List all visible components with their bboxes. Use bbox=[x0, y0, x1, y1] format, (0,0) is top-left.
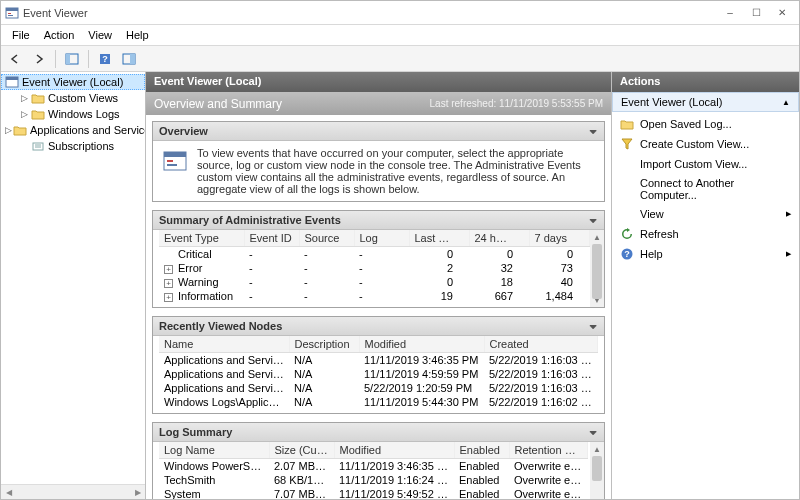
forward-button[interactable] bbox=[28, 48, 50, 70]
collapse-icon[interactable]: 🞃 bbox=[589, 321, 598, 331]
col-modified[interactable]: Modified bbox=[334, 442, 454, 459]
col-event-id[interactable]: Event ID bbox=[244, 230, 299, 247]
tree-item-windows-logs[interactable]: ▷ Windows Logs bbox=[1, 106, 145, 122]
expand-icon[interactable]: ▷ bbox=[19, 93, 30, 104]
log-summary-label: Log Summary bbox=[159, 426, 232, 438]
col-created[interactable]: Created bbox=[484, 336, 598, 353]
menu-bar: File Action View Help bbox=[1, 25, 799, 46]
horizontal-scrollbar[interactable]: ◀ ▶ bbox=[1, 484, 145, 499]
action-item[interactable]: Import Custom View... bbox=[612, 154, 799, 174]
properties-button[interactable] bbox=[118, 48, 140, 70]
col-enabled[interactable]: Enabled bbox=[454, 442, 509, 459]
recent-nodes-header[interactable]: Recently Viewed Nodes 🞃 bbox=[153, 317, 604, 336]
col-retention[interactable]: Retention Policy bbox=[509, 442, 588, 459]
tree-item-subscriptions[interactable]: Subscriptions bbox=[1, 138, 145, 154]
show-hide-tree-button[interactable] bbox=[61, 48, 83, 70]
col-modified[interactable]: Modified bbox=[359, 336, 484, 353]
recent-nodes-panel: Recently Viewed Nodes 🞃 Name Description… bbox=[152, 316, 605, 414]
action-label: Refresh bbox=[640, 228, 679, 240]
svg-rect-1 bbox=[6, 8, 18, 11]
menu-view[interactable]: View bbox=[81, 27, 119, 43]
col-24-hours[interactable]: 24 hours bbox=[469, 230, 529, 247]
svg-rect-14 bbox=[164, 152, 186, 157]
tree-item-custom-views[interactable]: ▷ Custom Views bbox=[1, 90, 145, 106]
content-header: Overview and Summary Last refreshed: 11/… bbox=[146, 92, 611, 115]
log-summary-table[interactable]: Log Name Size (Curr... Modified Enabled … bbox=[159, 442, 588, 499]
toolbar-separator bbox=[88, 50, 89, 68]
admin-summary-table[interactable]: Event Type Event ID Source Log Last hour… bbox=[159, 230, 590, 303]
overview-header[interactable]: Overview 🞃 bbox=[153, 122, 604, 141]
collapse-icon[interactable]: 🞃 bbox=[589, 215, 598, 225]
action-item[interactable]: ?Help▶ bbox=[612, 244, 799, 264]
col-last-hour[interactable]: Last hour bbox=[409, 230, 469, 247]
maximize-button[interactable]: ☐ bbox=[743, 3, 769, 23]
tree-root[interactable]: Event Viewer (Local) bbox=[1, 74, 145, 90]
action-item[interactable]: View▶ bbox=[612, 204, 799, 224]
overview-text: To view events that have occurred on you… bbox=[197, 147, 596, 195]
back-button[interactable] bbox=[4, 48, 26, 70]
chevron-up-icon: ▲ bbox=[782, 98, 790, 107]
close-button[interactable]: ✕ bbox=[769, 3, 795, 23]
table-row[interactable]: Applications and Service...N/A11/11/2019… bbox=[159, 353, 598, 368]
expand-icon[interactable]: ▷ bbox=[5, 125, 12, 136]
action-label: View bbox=[640, 208, 664, 220]
content-subtitle: Overview and Summary bbox=[154, 97, 282, 111]
table-row[interactable]: Applications and Service...N/A5/22/2019 … bbox=[159, 381, 598, 395]
table-row[interactable]: +Information---196671,484 bbox=[159, 289, 589, 303]
actions-pane: Actions Event Viewer (Local) ▲ Open Save… bbox=[612, 72, 799, 499]
actions-group-header[interactable]: Event Viewer (Local) ▲ bbox=[612, 92, 799, 112]
table-row[interactable]: System7.07 MB/2...11/11/2019 5:49:52 PME… bbox=[159, 487, 588, 499]
action-item[interactable]: Open Saved Log... bbox=[612, 114, 799, 134]
col-source[interactable]: Source bbox=[299, 230, 354, 247]
expand-icon[interactable]: ▷ bbox=[19, 109, 30, 120]
action-item[interactable]: Refresh bbox=[612, 224, 799, 244]
title-bar: Event Viewer – ☐ ✕ bbox=[1, 1, 799, 25]
menu-help[interactable]: Help bbox=[119, 27, 156, 43]
action-item[interactable]: Create Custom View... bbox=[612, 134, 799, 154]
collapse-icon[interactable]: 🞃 bbox=[589, 126, 598, 136]
help-button[interactable]: ? bbox=[94, 48, 116, 70]
refresh-icon bbox=[620, 227, 634, 241]
table-row[interactable]: TechSmith68 KB/16 ...11/11/2019 1:16:24 … bbox=[159, 473, 588, 487]
log-summary-panel: Log Summary 🞃 Log Name Size (Curr... Mod… bbox=[152, 422, 605, 499]
scroll-track[interactable] bbox=[16, 486, 130, 499]
table-row[interactable]: Applications and Service...N/A11/11/2019… bbox=[159, 367, 598, 381]
overview-header-label: Overview bbox=[159, 125, 208, 137]
table-row[interactable]: Windows PowerShell2.07 MB/1...11/11/2019… bbox=[159, 459, 588, 474]
collapse-icon[interactable]: 🞃 bbox=[589, 427, 598, 437]
overview-icon bbox=[161, 147, 189, 175]
admin-summary-panel: Summary of Administrative Events 🞃 Event… bbox=[152, 210, 605, 308]
action-label: Connect to Another Computer... bbox=[640, 177, 791, 201]
log-summary-header[interactable]: Log Summary 🞃 bbox=[153, 423, 604, 442]
col-name[interactable]: Name bbox=[159, 336, 289, 353]
col-7-days[interactable]: 7 days bbox=[529, 230, 589, 247]
menu-file[interactable]: File bbox=[5, 27, 37, 43]
col-log-name[interactable]: Log Name bbox=[159, 442, 269, 459]
tree-item-applications[interactable]: ▷ Applications and Services bbox=[1, 122, 145, 138]
table-row[interactable]: +Error---23273 bbox=[159, 261, 589, 275]
scroll-left-icon[interactable]: ◀ bbox=[1, 486, 16, 499]
last-refreshed: Last refreshed: 11/11/2019 5:53:55 PM bbox=[430, 98, 603, 109]
col-description[interactable]: Description bbox=[289, 336, 359, 353]
none-icon bbox=[620, 182, 634, 196]
col-log[interactable]: Log bbox=[354, 230, 409, 247]
event-viewer-icon bbox=[5, 75, 19, 89]
tree[interactable]: Event Viewer (Local) ▷ Custom Views ▷ Wi… bbox=[1, 72, 145, 484]
table-row[interactable]: +Warning---01840 bbox=[159, 275, 589, 289]
vertical-scrollbar[interactable]: ▲▼ bbox=[590, 442, 604, 499]
vertical-scrollbar[interactable]: ▲▼ bbox=[590, 230, 604, 307]
navigation-pane: Event Viewer (Local) ▷ Custom Views ▷ Wi… bbox=[1, 72, 146, 499]
recent-nodes-table[interactable]: Name Description Modified Created Applic… bbox=[159, 336, 598, 409]
col-event-type[interactable]: Event Type bbox=[159, 230, 244, 247]
action-item[interactable]: Connect to Another Computer... bbox=[612, 174, 799, 204]
table-row[interactable]: Windows Logs\Applicati...N/A11/11/2019 5… bbox=[159, 395, 598, 409]
action-label: Import Custom View... bbox=[640, 158, 747, 170]
minimize-button[interactable]: – bbox=[717, 3, 743, 23]
menu-action[interactable]: Action bbox=[37, 27, 82, 43]
scroll-right-icon[interactable]: ▶ bbox=[130, 486, 145, 499]
table-row[interactable]: Critical---000 bbox=[159, 247, 589, 262]
svg-rect-15 bbox=[167, 160, 173, 162]
col-size[interactable]: Size (Curr... bbox=[269, 442, 334, 459]
subscriptions-icon bbox=[31, 139, 45, 153]
admin-summary-header[interactable]: Summary of Administrative Events 🞃 bbox=[153, 211, 604, 230]
